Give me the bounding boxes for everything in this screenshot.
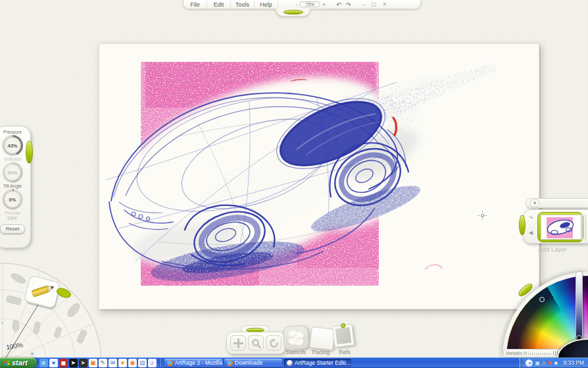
music-app-icon[interactable]: ♪: [148, 359, 157, 367]
layer-options-icon[interactable]: ◀: [529, 230, 533, 236]
system-tray: ◂ ▣⚠✖☻ 9:33 PM: [520, 357, 588, 368]
pan-tool-button[interactable]: [230, 335, 246, 351]
precise-label: Precise: [0, 211, 30, 215]
zoom-tool-button[interactable]: [248, 335, 264, 351]
tool-settings-panel: Pressure 43% Softness 50% Tilt Angle 0% …: [0, 126, 31, 248]
tray-icons: ▣⚠✖☻: [535, 359, 558, 367]
precise-toggle[interactable]: OFF: [0, 215, 30, 221]
notes-app-icon[interactable]: ▤: [138, 359, 147, 367]
task-label: Downloads: [235, 359, 262, 366]
wheel-zoom-out[interactable]: -: [1, 319, 3, 326]
task-label: ArtRage 2 - Mozilla Fi...: [175, 359, 222, 366]
canvas-paper[interactable]: [99, 43, 539, 309]
task-button-artrage-starter[interactable]: ArtRage Starter Editi...: [284, 359, 351, 367]
tool-picker-wheel[interactable]: 100% - +: [0, 259, 105, 357]
menu-tools[interactable]: Tools: [231, 1, 255, 9]
security-shield-tray-icon[interactable]: ⚠: [541, 359, 546, 367]
menu-file[interactable]: File: [184, 1, 207, 9]
close-button[interactable]: ✕: [382, 1, 387, 7]
refs-label: Refs: [328, 349, 361, 355]
menu-edit[interactable]: Edit: [207, 1, 231, 9]
tracing-button[interactable]: [309, 327, 335, 350]
firefox-icon: [167, 360, 173, 366]
mail-app-icon[interactable]: ✉: [109, 359, 117, 367]
reset-button[interactable]: Reset: [0, 224, 25, 234]
firefox-icon[interactable]: ◉: [128, 359, 137, 367]
tilt-angle-knob[interactable]: 0%: [2, 189, 23, 210]
layers-grip-line: [585, 215, 586, 240]
stencils-button[interactable]: [283, 325, 310, 350]
pressure-label: Pressure: [0, 130, 30, 134]
task-button-artrage2-mozilla[interactable]: ArtRage 2 - Mozilla Fi...: [164, 359, 222, 367]
reference-photo-icon: [335, 327, 352, 345]
red-cube-app-icon[interactable]: ◼: [59, 359, 68, 367]
menu-bar-collapse-handle[interactable]: [276, 9, 310, 16]
firefox-icon: [227, 360, 233, 366]
softness-knob[interactable]: 50%: [2, 162, 23, 183]
redo-icon[interactable]: ↷: [346, 1, 351, 8]
layers-panel: ▼ ↷ ◀ Add Layer: [517, 196, 588, 256]
car-sketch-artwork: [99, 44, 540, 310]
layer-pod: ↷ ◀: [523, 209, 588, 244]
menu-bar: File Edit Tools Help - 75% + ↶ ↷ – ▢ ✕: [183, 0, 421, 9]
windows-flag-icon: [4, 360, 10, 365]
pressure-value: 43%: [4, 137, 21, 154]
artrage-icon: [287, 360, 293, 366]
settings-panel-handle[interactable]: [26, 141, 33, 163]
layer-visibility-icon[interactable]: ↷: [529, 215, 533, 221]
taskbar-clock: 9:33 PM: [563, 359, 584, 366]
windows-taskbar: start e●◼➤➤▣✎✉●◉▤♪ ArtRage 2 - Mozilla F…: [0, 357, 588, 368]
minimize-button[interactable]: –: [362, 1, 365, 7]
softness-value: 50%: [4, 164, 21, 181]
undo-icon[interactable]: ↶: [336, 1, 341, 8]
maximize-button[interactable]: ▢: [372, 1, 377, 7]
network-tray-icon[interactable]: ▣: [535, 359, 540, 367]
messenger-tray-icon[interactable]: ☻: [553, 359, 558, 367]
zoom-out-button[interactable]: -: [295, 1, 297, 8]
start-label: start: [12, 359, 28, 367]
zoom-level-field[interactable]: 75%: [299, 1, 320, 7]
pressure-knob[interactable]: 43%: [2, 135, 23, 156]
internet-explorer-icon[interactable]: e: [39, 359, 48, 367]
active-layer-selection[interactable]: [537, 212, 583, 242]
zoom-in-button[interactable]: +: [322, 1, 326, 8]
globe-browser-icon[interactable]: ●: [49, 359, 58, 367]
menu-help[interactable]: Help: [255, 1, 278, 9]
tilt-angle-value: 0%: [4, 191, 21, 208]
layer-thumbnail[interactable]: [541, 215, 581, 240]
layers-collapse-button[interactable]: ▼: [530, 199, 539, 207]
orange-ball-app-icon[interactable]: ●: [118, 359, 127, 367]
taskbar-divider: [160, 359, 161, 367]
refs-button[interactable]: [332, 324, 355, 347]
pencil-app-icon[interactable]: ✎: [99, 359, 107, 367]
quick-launch: e●◼➤➤▣✎✉●◉▤♪: [37, 359, 159, 367]
precision-cursor-icon: [478, 211, 487, 223]
security-alert-tray-icon[interactable]: ✖: [547, 359, 552, 367]
green-handle-pill: [283, 10, 303, 14]
black-arrow-app-icon[interactable]: ➤: [69, 359, 78, 367]
layers-panel-handle[interactable]: [519, 215, 526, 235]
wheel-zoom-in[interactable]: +: [30, 350, 34, 357]
hide-tray-icons-button[interactable]: ◂: [526, 359, 533, 367]
metallic-label: Metallic: [506, 350, 522, 356]
task-button-downloads[interactable]: Downloads: [224, 359, 282, 367]
artrage-window: File Edit Tools Help - 75% + ↶ ↷ – ▢ ✕ P…: [0, 0, 588, 368]
metallic-slider-knob[interactable]: [524, 352, 527, 355]
start-button[interactable]: start: [0, 357, 37, 368]
black-arrow-app-2-icon[interactable]: ➤: [79, 359, 87, 367]
color-value-slider[interactable]: [576, 271, 583, 347]
layers-grip-line: [581, 215, 583, 240]
metallic-slider-track[interactable]: [528, 352, 552, 355]
canvas-toolbar: [226, 332, 285, 354]
layers-panel-topbar: ▼: [526, 198, 588, 208]
tilt-angle-label: Tilt Angle: [0, 184, 30, 188]
add-layer-button[interactable]: Add Layer: [517, 246, 588, 253]
orange-window-app-icon[interactable]: ▣: [89, 359, 97, 367]
color-picker-dot[interactable]: [539, 297, 545, 302]
stencils-icon: [283, 325, 309, 350]
task-label: ArtRage Starter Editi...: [295, 359, 351, 366]
